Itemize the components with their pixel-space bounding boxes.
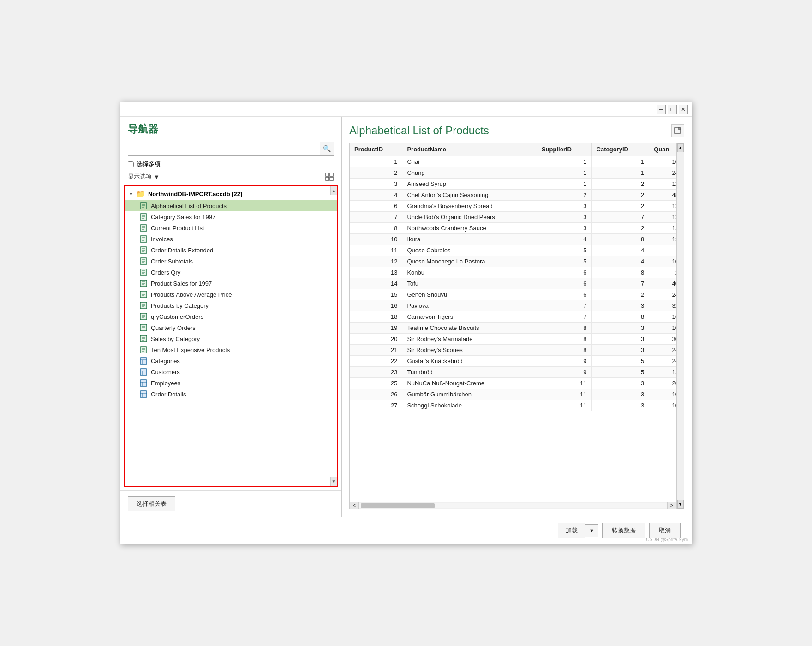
cell-supplierid: 2 (537, 190, 591, 201)
query-icon (140, 335, 147, 342)
tree-item-ten-most-expensive[interactable]: Ten Most Expensive Products (125, 344, 337, 355)
cell-productid: 13 (350, 267, 402, 278)
display-options-icon[interactable] (325, 172, 334, 181)
tree-item-order-details-extended[interactable]: Order Details Extended (125, 245, 337, 256)
tree-item-alphabetical-list[interactable]: Alphabetical List of Products (125, 200, 337, 211)
cell-productid: 6 (350, 201, 402, 212)
cell-categoryid: 2 (591, 179, 649, 190)
load-button-group: 加载 ▼ (558, 523, 598, 538)
cell-productid: 1 (350, 156, 402, 167)
cell-productname: NuNuCa Nuß-Nougat-Creme (402, 378, 537, 389)
query-icon (140, 302, 147, 309)
cell-productname: Carnarvon Tigers (402, 311, 537, 323)
cell-productid: 3 (350, 179, 402, 190)
tree-item-customers[interactable]: Customers (125, 366, 337, 377)
cell-supplierid: 1 (537, 179, 591, 190)
select-multiple-checkbox[interactable] (128, 162, 134, 167)
table-row: 22 Gustaf's Knäckebröd 9 5 24 (350, 356, 684, 367)
checkbox-row: 选择多项 (120, 160, 341, 172)
h-scroll-left-button[interactable]: < (350, 502, 359, 509)
svg-rect-69 (140, 391, 147, 397)
table-scroll-area[interactable]: ProductID ProductName SupplierID Categor… (350, 143, 684, 509)
tree-item-employees[interactable]: Employees (125, 377, 337, 389)
svg-rect-63 (140, 369, 147, 375)
close-button[interactable]: ✕ (679, 105, 688, 114)
transform-data-button[interactable]: 转换数据 (602, 523, 645, 538)
search-input[interactable] (128, 142, 320, 155)
tree-scroll-down-button[interactable]: ▼ (330, 477, 337, 486)
tree-item-qry-customer-orders[interactable]: qryCustomerOrders (125, 311, 337, 322)
col-header-categoryid: CategoryID (591, 143, 649, 156)
nav-tree[interactable]: ▼ 📁 NorthwindDB-IMPORT.accdb [22] Alphab… (125, 186, 337, 486)
cell-supplierid: 9 (537, 356, 591, 367)
load-button[interactable]: 加载 (558, 523, 585, 538)
tree-item-product-sales-1997[interactable]: Product Sales for 1997 (125, 278, 337, 289)
cell-categoryid: 2 (591, 223, 649, 234)
cell-supplierid: 1 (537, 156, 591, 167)
cell-categoryid: 7 (591, 278, 649, 289)
cell-productname: Sir Rodney's Marmalade (402, 334, 537, 345)
cell-categoryid: 4 (591, 256, 649, 267)
tree-item-label: Quarterly Orders (151, 324, 196, 331)
cell-productname: Chang (402, 167, 537, 179)
table-row: 2 Chang 1 1 24 (350, 167, 684, 179)
table-row: 1 Chai 1 1 10 (350, 156, 684, 167)
tree-item-products-above-avg[interactable]: Products Above Average Price (125, 289, 337, 300)
tree-item-products-by-category[interactable]: Products by Category (125, 300, 337, 311)
cell-supplierid: 3 (537, 212, 591, 223)
search-bar: 🔍 (128, 142, 334, 156)
tree-item-order-subtotals[interactable]: Order Subtotals (125, 256, 337, 267)
cell-productname: Chai (402, 156, 537, 167)
tree-item-sales-by-category[interactable]: Sales by Category (125, 333, 337, 344)
display-options-button[interactable]: 显示选项 ▼ (128, 173, 160, 181)
tree-item-quarterly-orders[interactable]: Quarterly Orders (125, 322, 337, 333)
cell-productname: Tofu (402, 278, 537, 289)
tree-item-order-details[interactable]: Order Details (125, 389, 337, 400)
table-icon (140, 368, 147, 376)
title-bar: ─ □ ✕ (120, 102, 692, 117)
tree-item-categories[interactable]: Categories (125, 355, 337, 366)
display-options-row: 显示选项 ▼ (120, 172, 341, 185)
search-icon-button[interactable]: 🔍 (320, 142, 334, 155)
cancel-button[interactable]: 取消 (649, 523, 681, 538)
h-scroll-right-button[interactable]: > (667, 502, 676, 509)
cell-supplierid: 5 (537, 256, 591, 267)
cell-productname: Gustaf's Knäckebröd (402, 356, 537, 367)
tree-item-label: Products Above Average Price (151, 291, 232, 298)
cell-categoryid: 3 (591, 378, 649, 389)
db-root-item[interactable]: ▼ 📁 NorthwindDB-IMPORT.accdb [22] (125, 188, 337, 200)
cell-categoryid: 8 (591, 267, 649, 278)
tree-scroll-up-button[interactable]: ▲ (330, 186, 337, 195)
cell-productid: 27 (350, 400, 402, 411)
display-options-label: 显示选项 (128, 173, 152, 181)
tree-item-label: Order Details Extended (151, 247, 213, 254)
minimize-button[interactable]: ─ (657, 105, 666, 114)
main-content: 导航器 🔍 选择多项 显示选项 ▼ (120, 117, 692, 517)
horizontal-scrollbar[interactable]: < > (350, 502, 676, 509)
cell-productname: Teatime Chocolate Biscuits (402, 323, 537, 334)
scroll-down-button[interactable]: ▼ (677, 500, 684, 509)
load-dropdown-button[interactable]: ▼ (585, 524, 598, 537)
h-scroll-thumb (361, 503, 435, 508)
cell-supplierid: 3 (537, 201, 591, 212)
table-row: 19 Teatime Chocolate Biscuits 8 3 10 (350, 323, 684, 334)
tree-item-invoices[interactable]: Invoices (125, 233, 337, 245)
table-row: 18 Carnarvon Tigers 7 8 16 (350, 311, 684, 323)
cell-productname: Genen Shouyu (402, 289, 537, 300)
select-related-button[interactable]: 选择相关表 (128, 496, 175, 511)
maximize-button[interactable]: □ (668, 105, 677, 114)
vertical-scrollbar[interactable]: ▲ ▼ (676, 143, 684, 509)
cell-categoryid: 1 (591, 167, 649, 179)
data-panel-icon-button[interactable] (671, 124, 684, 137)
scroll-up-button[interactable]: ▲ (677, 143, 684, 152)
export-icon (674, 126, 682, 135)
query-icon (140, 280, 147, 287)
tree-item-label: qryCustomerOrders (151, 313, 203, 320)
tree-item-orders-qry[interactable]: Orders Qry (125, 267, 337, 278)
cell-supplierid: 6 (537, 267, 591, 278)
table-row: 14 Tofu 6 7 40 (350, 278, 684, 289)
tree-item-label: Order Subtotals (151, 258, 193, 265)
tree-item-current-product-list[interactable]: Current Product List (125, 222, 337, 233)
tree-item-label: Orders Qry (151, 269, 180, 276)
tree-item-category-sales[interactable]: Category Sales for 1997 (125, 211, 337, 222)
